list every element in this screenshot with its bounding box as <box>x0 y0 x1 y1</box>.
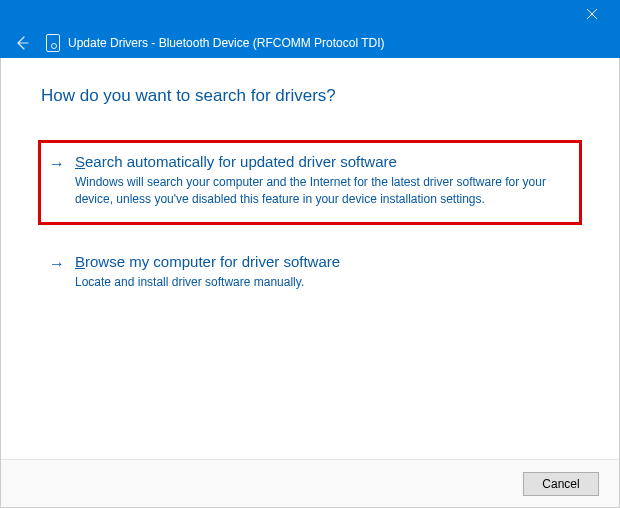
option-auto-description: Windows will search your computer and th… <box>75 174 567 208</box>
close-button[interactable] <box>572 0 612 28</box>
titlebar <box>0 0 620 28</box>
option-browse-body: Browse my computer for driver software L… <box>75 253 567 291</box>
cancel-button[interactable]: Cancel <box>523 472 599 496</box>
option-auto-body: Search automatically for updated driver … <box>75 153 567 208</box>
option-auto-title: Search automatically for updated driver … <box>75 153 567 170</box>
option-browse-computer[interactable]: → Browse my computer for driver software… <box>41 243 579 305</box>
arrow-right-icon: → <box>49 255 65 273</box>
back-button[interactable] <box>12 35 32 51</box>
option-browse-title: Browse my computer for driver software <box>75 253 567 270</box>
content-area: How do you want to search for drivers? →… <box>1 58 619 459</box>
device-icon <box>46 34 60 52</box>
option-browse-description: Locate and install driver software manua… <box>75 274 567 291</box>
back-arrow-icon <box>14 35 30 51</box>
dialog-footer: Cancel <box>1 459 619 507</box>
arrow-right-icon: → <box>49 155 65 173</box>
page-heading: How do you want to search for drivers? <box>41 86 579 106</box>
option-search-automatically[interactable]: → Search automatically for updated drive… <box>38 140 582 225</box>
wizard-header: Update Drivers - Bluetooth Device (RFCOM… <box>0 28 620 58</box>
close-icon <box>587 9 597 19</box>
wizard-title: Update Drivers - Bluetooth Device (RFCOM… <box>68 36 385 50</box>
content-wrap: How do you want to search for drivers? →… <box>0 58 620 508</box>
